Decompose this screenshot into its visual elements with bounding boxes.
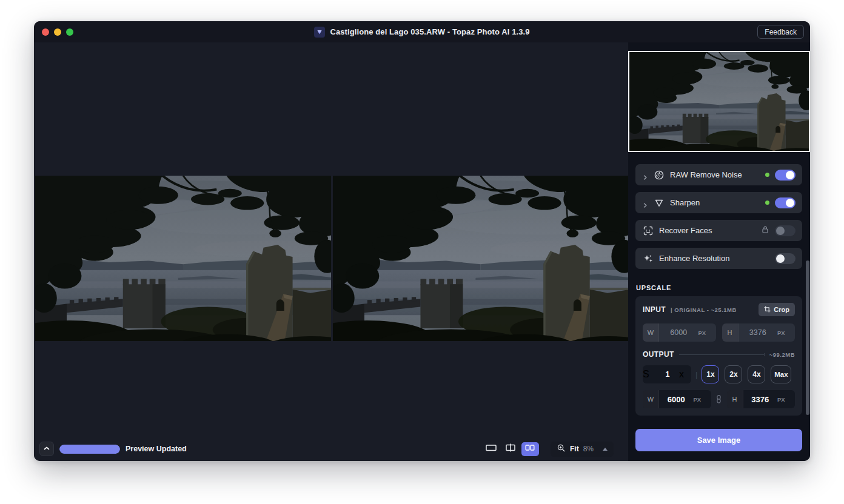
progress-status-text: Preview Updated xyxy=(126,445,187,453)
preview-canvas[interactable]: Preview Updated xyxy=(34,42,628,461)
input-width-field: W 6000 PX xyxy=(643,323,716,342)
view-single-icon xyxy=(485,443,497,455)
input-height-field: H 3376 PX xyxy=(722,323,795,342)
filter-row-sharpen[interactable]: Sharpen xyxy=(635,192,802,213)
px-unit: PX xyxy=(694,396,711,403)
input-width-value: 6000 xyxy=(659,328,698,337)
link-dimensions-icon[interactable] xyxy=(715,394,723,404)
scale-option-max[interactable]: Max xyxy=(771,365,791,383)
filter-row-recover-faces[interactable]: Recover Faces xyxy=(635,220,802,241)
dropdown-arrow-icon[interactable] xyxy=(603,448,608,451)
filter-label: Enhance Resolution xyxy=(659,254,729,263)
chevron-right-icon[interactable] xyxy=(642,172,648,178)
scale-input-field[interactable]: S 1 x xyxy=(643,365,691,383)
zoom-window-button[interactable] xyxy=(66,28,73,36)
height-label: H xyxy=(727,390,743,408)
upscale-section-label: UPSCALE xyxy=(636,284,810,291)
face-detect-icon xyxy=(643,225,654,236)
input-meta: | ORIGINAL - ~25.1MB xyxy=(671,307,737,313)
active-status-dot xyxy=(765,201,769,205)
filter-label: Sharpen xyxy=(670,198,700,207)
output-height-field[interactable]: H 3376 PX xyxy=(727,390,795,408)
sparkles-icon xyxy=(643,253,654,264)
scale-label: S xyxy=(643,369,656,380)
input-label: INPUT xyxy=(643,305,666,314)
scale-option-1x[interactable]: 1x xyxy=(702,365,719,383)
feedback-button[interactable]: Feedback xyxy=(757,25,804,39)
px-unit: PX xyxy=(777,396,795,403)
output-divider-line xyxy=(679,354,765,355)
filter-row-raw-remove-noise[interactable]: RAW Remove Noise xyxy=(635,164,802,185)
input-height-value: 3376 xyxy=(738,328,778,337)
preview-image-original[interactable] xyxy=(35,176,331,341)
preview-image-processed[interactable] xyxy=(333,176,628,341)
view-split-icon xyxy=(504,443,517,455)
active-status-dot xyxy=(765,173,769,177)
window-title-group: Castiglione del Lago 035.ARW - Topaz Pho… xyxy=(314,27,529,38)
scale-option-2x[interactable]: 2x xyxy=(725,365,742,383)
output-width-field[interactable]: W 6000 PX xyxy=(643,390,711,408)
titlebar: Castiglione del Lago 035.ARW - Topaz Pho… xyxy=(34,21,810,42)
filter-row-enhance-resolution[interactable]: Enhance Resolution xyxy=(635,248,802,269)
chevron-right-icon[interactable] xyxy=(642,200,648,206)
view-split-button[interactable] xyxy=(502,442,520,456)
filter-label: RAW Remove Noise xyxy=(670,170,742,179)
zoom-control[interactable]: Fit 8% xyxy=(551,442,614,457)
output-height-value[interactable]: 3376 xyxy=(743,395,778,404)
status-bar: Preview Updated xyxy=(34,437,628,461)
view-single-button[interactable] xyxy=(483,442,500,456)
view-side-by-side-icon xyxy=(524,443,536,455)
recover-faces-toggle[interactable] xyxy=(775,225,795,236)
zoom-fit-label: Fit xyxy=(570,445,579,453)
output-size: ~99.2MB xyxy=(769,351,795,358)
crop-button-label: Crop xyxy=(774,306,789,313)
right-panel: RAW Remove Noise Sharpen xyxy=(628,42,810,461)
zoom-percent-value: 8% xyxy=(583,445,594,453)
traffic-lights xyxy=(42,21,73,42)
height-label: H xyxy=(722,323,738,342)
zoom-in-icon xyxy=(557,443,566,455)
window-title: Castiglione del Lago 035.ARW - Topaz Pho… xyxy=(330,27,529,36)
lock-icon xyxy=(761,225,769,236)
width-label: W xyxy=(643,390,659,408)
close-button[interactable] xyxy=(42,28,49,36)
minimize-button[interactable] xyxy=(54,28,61,36)
chevron-up-icon xyxy=(43,443,50,454)
noise-reduction-icon xyxy=(654,170,665,181)
crop-button[interactable]: Crop xyxy=(759,303,795,316)
crop-icon xyxy=(764,306,771,314)
view-mode-group xyxy=(483,442,539,456)
px-unit: PX xyxy=(698,330,716,336)
panel-scrollbar[interactable] xyxy=(806,260,809,415)
sharpen-toggle[interactable] xyxy=(775,197,795,208)
output-width-value[interactable]: 6000 xyxy=(659,395,694,404)
view-side-by-side-button[interactable] xyxy=(521,442,539,456)
px-unit: PX xyxy=(777,330,795,336)
collapse-panel-button[interactable] xyxy=(39,442,54,456)
output-label: OUTPUT xyxy=(643,350,674,359)
navigator-thumbnail[interactable] xyxy=(628,51,810,152)
width-label: W xyxy=(643,323,659,342)
save-image-button[interactable]: Save Image xyxy=(635,429,802,451)
scale-unit: x xyxy=(679,369,691,380)
filter-label: Recover Faces xyxy=(659,226,712,235)
raw-remove-noise-toggle[interactable] xyxy=(775,170,795,181)
sharpen-icon xyxy=(654,197,665,208)
app-window: Castiglione del Lago 035.ARW - Topaz Pho… xyxy=(34,21,810,461)
enhance-resolution-toggle[interactable] xyxy=(775,253,795,264)
scale-value[interactable]: 1 xyxy=(656,370,679,379)
topaz-gem-icon xyxy=(314,27,325,38)
scale-separator: | xyxy=(695,370,697,379)
scale-option-4x[interactable]: 4x xyxy=(748,365,765,383)
progress-bar xyxy=(59,445,120,454)
upscale-card: INPUT | ORIGINAL - ~25.1MB Crop W 6000 P… xyxy=(635,296,802,416)
progress-bar-fill xyxy=(59,445,120,454)
